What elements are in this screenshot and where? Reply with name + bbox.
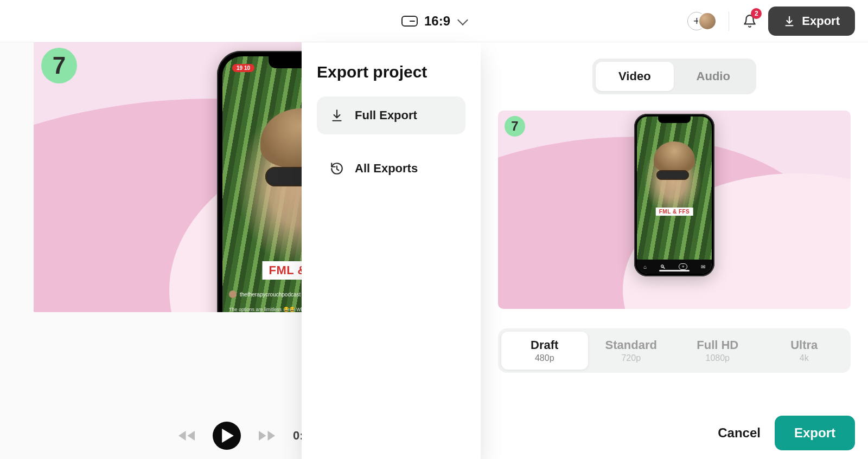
user-avatar[interactable] <box>698 12 717 30</box>
sidebar-item-all-exports[interactable]: All Exports <box>317 150 465 188</box>
plus-icon: + <box>679 263 687 270</box>
quality-selector: Draft 480p Standard 720p Full HD 1080p U… <box>498 328 851 373</box>
sidebar-title: Export project <box>317 63 465 81</box>
aspect-ratio-selector[interactable]: 16:9 <box>401 14 467 29</box>
quality-ultra[interactable]: Ultra 4k <box>761 332 848 370</box>
quality-sub: 720p <box>591 353 672 363</box>
play-button[interactable] <box>213 422 241 450</box>
download-icon <box>783 15 795 27</box>
phone-notch <box>658 117 691 123</box>
fast-forward-icon <box>257 428 277 443</box>
home-indicator <box>659 270 690 271</box>
sidebar-item-label: Full Export <box>355 108 417 122</box>
export-sidebar: Export project Full Export All Exports <box>302 42 481 459</box>
quality-draft[interactable]: Draft 480p <box>501 332 588 370</box>
quality-sub: 480p <box>505 353 585 363</box>
export-top-label: Export <box>802 14 840 28</box>
cancel-button[interactable]: Cancel <box>713 420 765 446</box>
scene-number-badge: 7 <box>505 116 525 137</box>
rewind-icon <box>177 428 196 443</box>
play-icon <box>222 429 234 443</box>
username: thetherapycrouchpodcast <box>240 292 301 298</box>
export-panel: Video Audio 7 FML & FFS ⌂ 🔍︎ + ✉ <box>481 42 868 459</box>
download-icon <box>330 108 344 122</box>
seg-audio[interactable]: Audio <box>674 62 753 91</box>
quality-label: Full HD <box>678 338 758 352</box>
inbox-icon: ✉ <box>701 264 705 270</box>
sidebar-item-full-export[interactable]: Full Export <box>317 96 465 134</box>
phone-tabbar: ⌂ 🔍︎ + ✉ <box>637 260 712 274</box>
rewind-button[interactable] <box>176 425 197 447</box>
person-hair <box>654 141 695 173</box>
scene-number-badge: 7 <box>41 48 77 83</box>
top-bar: 16:9 + 2 Export <box>0 0 868 42</box>
export-top-button[interactable]: Export <box>768 7 855 36</box>
sunglasses <box>656 170 689 180</box>
search-icon: 🔍︎ <box>660 264 666 270</box>
fast-forward-button[interactable] <box>256 425 278 447</box>
aspect-ratio-icon <box>401 16 418 27</box>
overlay-text: FML & FFS <box>656 208 693 216</box>
quality-sub: 4k <box>764 353 845 363</box>
notifications-button[interactable]: 2 <box>741 12 758 30</box>
topbar-right: + 2 Export <box>687 7 855 36</box>
notification-badge: 2 <box>751 8 762 19</box>
chevron-down-icon <box>457 15 468 25</box>
photo-bg <box>637 117 712 274</box>
output-type-segmented: Video Audio <box>592 59 756 94</box>
mini-avatar-icon <box>229 290 237 298</box>
aspect-ratio-label: 16:9 <box>424 14 450 29</box>
history-icon <box>330 161 344 176</box>
export-thumbnail: 7 FML & FFS ⌂ 🔍︎ + ✉ <box>498 111 851 309</box>
home-icon: ⌂ <box>643 264 647 270</box>
quality-standard[interactable]: Standard 720p <box>588 332 675 370</box>
export-footer: Cancel Export <box>713 416 855 450</box>
quality-fullhd[interactable]: Full HD 1080p <box>674 332 761 370</box>
quality-sub: 1080p <box>678 353 758 363</box>
quality-label: Standard <box>591 338 672 352</box>
live-pill: 19 10 <box>232 64 254 72</box>
quality-label: Ultra <box>764 338 845 352</box>
phone-screen: FML & FFS ⌂ 🔍︎ + ✉ <box>637 117 712 274</box>
quality-label: Draft <box>505 338 585 352</box>
phone-mockup: FML & FFS ⌂ 🔍︎ + ✉ <box>634 114 714 276</box>
divider <box>729 11 729 31</box>
sidebar-item-label: All Exports <box>355 161 418 176</box>
seg-video[interactable]: Video <box>596 62 674 91</box>
export-confirm-button[interactable]: Export <box>775 416 855 450</box>
